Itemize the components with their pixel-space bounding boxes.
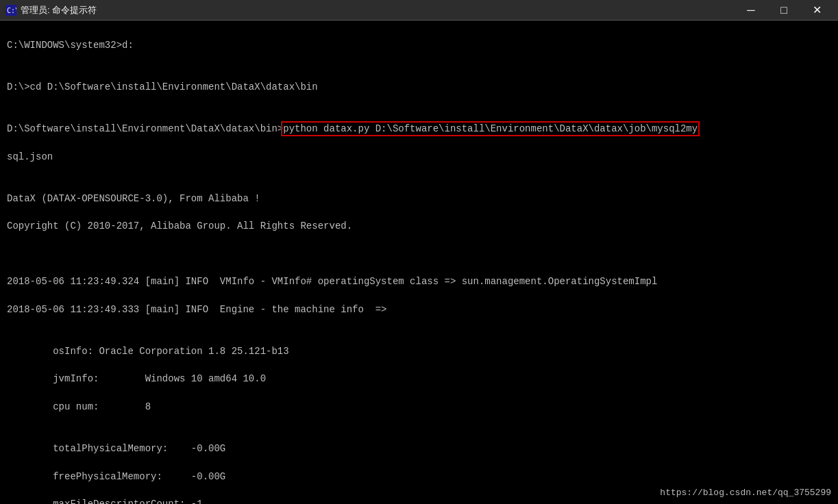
minimize-button[interactable]: ─ — [735, 0, 767, 21]
terminal-line-1: C:\WINDOWS\system32>d: — [7, 38, 831, 52]
titlebar-left: C:\ 管理员: 命令提示符 — [5, 4, 97, 16]
terminal-line-17: cpu num: 8 — [7, 400, 831, 414]
close-button[interactable]: ✕ — [801, 0, 833, 21]
cmd-icon: C:\ — [5, 5, 16, 16]
terminal-content: C:\WINDOWS\system32>d: D:\>cd D:\Softwar… — [0, 21, 838, 504]
terminal-line-13: 2018-05-06 11:23:49.333 [main] INFO Engi… — [7, 303, 831, 316]
terminal-line-15: osInfo: Oracle Corporation 1.8 25.121-b1… — [7, 344, 831, 358]
terminal-line-6: sql.json — [7, 150, 831, 164]
terminal-line-16: jvmInfo: Windows 10 amd64 10.0 — [7, 372, 831, 386]
terminal-line-20: freePhysicalMemory: -0.00G — [7, 470, 831, 483]
terminal-line-12: 2018-05-06 11:23:49.324 [main] INFO VMIn… — [7, 275, 831, 288]
terminal-line-8: DataX (DATAX-OPENSOURCE-3.0), From Aliba… — [7, 192, 831, 205]
terminal-line-9: Copyright (C) 2010-2017, Alibaba Group. … — [7, 219, 831, 233]
watermark: https://blog.csdn.net/qq_3755299 — [660, 487, 831, 500]
titlebar: C:\ 管理员: 命令提示符 ─ □ ✕ — [0, 0, 838, 21]
highlighted-command: python datax.py D:\Software\install\Envi… — [283, 123, 698, 134]
maximize-button[interactable]: □ — [768, 0, 800, 21]
terminal-line-5: D:\Software\install\Environment\DataX\da… — [7, 122, 831, 136]
svg-text:C:\: C:\ — [7, 7, 16, 14]
window-title: 管理员: 命令提示符 — [21, 4, 97, 16]
window-controls: ─ □ ✕ — [735, 0, 833, 21]
terminal-line-3: D:\>cd D:\Software\install\Environment\D… — [7, 80, 831, 94]
terminal-line-19: totalPhysicalMemory: -0.00G — [7, 442, 831, 455]
